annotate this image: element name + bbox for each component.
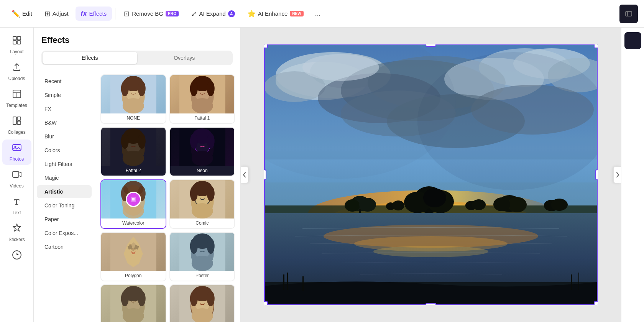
svg-point-59 xyxy=(190,133,197,149)
toolbar-divider xyxy=(115,8,115,20)
svg-point-131 xyxy=(207,291,214,306)
fattal2-face-svg xyxy=(101,128,166,166)
poster-face-svg xyxy=(170,233,235,271)
svg-point-47 xyxy=(121,133,129,149)
svg-point-191 xyxy=(392,200,404,210)
remove-bg-button[interactable]: ⊡ Remove BG PRO xyxy=(118,7,184,21)
adjust-button[interactable]: ⊞ Adjust xyxy=(39,7,74,21)
svg-point-25 xyxy=(121,81,129,96)
svg-point-176 xyxy=(345,199,360,212)
sidebar-item-uploads[interactable]: Uploads xyxy=(2,59,31,84)
sidebar-item-videos[interactable]: Videos xyxy=(2,166,31,192)
stickers-icon xyxy=(12,223,22,235)
effect-neon[interactable]: Neon xyxy=(169,127,235,176)
svg-rect-4 xyxy=(13,41,16,44)
svg-point-86 xyxy=(207,186,214,201)
uploads-icon xyxy=(12,62,22,74)
effects-panel: Effects Effects Overlays Recent Simple F… xyxy=(34,28,241,322)
category-color-expos[interactable]: Color Expos... xyxy=(37,227,92,240)
effect-fattal2[interactable]: Fattal 2 xyxy=(100,127,166,176)
videos-icon xyxy=(12,169,22,182)
ai-expand-icon: ⤢ xyxy=(191,10,197,18)
svg-rect-199 xyxy=(283,274,284,290)
svg-rect-2 xyxy=(13,36,16,40)
category-paper[interactable]: Paper xyxy=(37,213,92,226)
effect-polygon[interactable]: Polygon xyxy=(100,232,166,281)
effect-watercolor-label: Watercolor xyxy=(101,219,166,228)
more-icon xyxy=(12,250,22,262)
sidebar-item-collages[interactable]: Collages xyxy=(2,113,31,138)
category-light-filters[interactable]: Light Filters xyxy=(37,158,92,171)
effect-cartoonizer[interactable]: Cartoonizer xyxy=(169,284,235,322)
svg-point-117 xyxy=(138,291,146,306)
svg-rect-5 xyxy=(17,41,21,44)
svg-point-177 xyxy=(359,198,376,212)
remove-bg-icon: ⊡ xyxy=(124,10,130,18)
effect-polygon-label: Polygon xyxy=(101,271,166,281)
cartoonizer-face-svg xyxy=(170,285,235,322)
svg-point-182 xyxy=(423,188,446,207)
effect-fattal1[interactable]: Fattal 1 xyxy=(169,74,235,124)
layout-icon xyxy=(12,35,22,48)
effect-watercolor[interactable]: Watercolor xyxy=(100,179,166,229)
expand-panel-button[interactable] xyxy=(613,166,621,183)
category-magic[interactable]: Magic xyxy=(37,171,92,184)
category-cartoon[interactable]: Cartoon xyxy=(37,240,92,253)
svg-point-116 xyxy=(121,291,129,306)
effect-comic[interactable]: Comic xyxy=(169,179,235,229)
right-panel-icon[interactable] xyxy=(624,32,641,49)
ai-expand-button[interactable]: ⤢ AI Expand A xyxy=(186,7,240,21)
svg-point-85 xyxy=(190,186,197,201)
svg-point-36 xyxy=(190,81,197,96)
new-badge: NEW xyxy=(290,11,303,16)
svg-text:T: T xyxy=(14,197,20,206)
category-recent[interactable]: Recent xyxy=(37,75,92,88)
svg-point-130 xyxy=(190,291,197,306)
effect-neon-label: Neon xyxy=(170,166,235,176)
sidebar-item-more[interactable] xyxy=(2,247,31,265)
effect-none[interactable]: NONE xyxy=(100,74,166,124)
svg-rect-9 xyxy=(13,117,16,125)
effect-halftone-dots[interactable]: Halftone Dots xyxy=(100,284,166,322)
collages-icon xyxy=(12,116,22,128)
category-color-toning[interactable]: Color Toning xyxy=(37,199,92,212)
right-panel-toggle[interactable] xyxy=(619,5,638,23)
svg-rect-11 xyxy=(17,121,21,125)
category-artistic[interactable]: Artistic xyxy=(37,185,92,198)
effect-fattal1-label: Fattal 1 xyxy=(170,113,235,123)
category-blur[interactable]: Blur xyxy=(37,130,92,143)
tab-effects[interactable]: Effects xyxy=(43,52,137,64)
category-fx[interactable]: FX xyxy=(37,102,92,115)
effects-grid: NONE xyxy=(95,70,240,322)
svg-point-23 xyxy=(123,98,144,113)
collapse-panel-button[interactable] xyxy=(241,166,248,183)
ai-enhance-button[interactable]: ⭐ AI Enhance NEW xyxy=(242,7,309,21)
effects-icon: fx xyxy=(81,10,87,18)
category-colors[interactable]: Colors xyxy=(37,144,92,157)
effects-tabs: Effects Overlays xyxy=(41,51,233,65)
canvas-image[interactable]: ↻ xyxy=(264,44,598,305)
landscape-svg xyxy=(264,44,598,305)
svg-point-111 xyxy=(132,302,134,304)
svg-rect-12 xyxy=(13,145,21,151)
main-layout: Layout Uploads Templates Collages Photos xyxy=(0,28,644,322)
more-button[interactable]: ... xyxy=(310,7,324,21)
sidebar-item-stickers[interactable]: Stickers xyxy=(2,220,31,245)
effect-poster[interactable]: Poster xyxy=(169,232,235,281)
effect-poster-label: Poster xyxy=(170,271,235,281)
neon-face-svg xyxy=(170,128,235,166)
sidebar-item-photos[interactable]: Photos xyxy=(2,140,31,165)
sidebar-item-templates[interactable]: Templates xyxy=(2,86,31,111)
comic-face-svg xyxy=(170,180,235,219)
sidebar-item-layout[interactable]: Layout xyxy=(2,32,31,58)
category-simple[interactable]: Simple xyxy=(37,89,92,102)
tab-overlays[interactable]: Overlays xyxy=(137,52,232,64)
effects-button[interactable]: fx Effects xyxy=(76,7,112,21)
category-bw[interactable]: B&W xyxy=(37,116,92,129)
edit-button[interactable]: ✏️ Edit xyxy=(6,7,38,21)
svg-rect-0 xyxy=(626,12,632,16)
svg-point-189 xyxy=(472,199,486,210)
sidebar-item-text[interactable]: T Text xyxy=(2,193,31,219)
expand-icon xyxy=(615,172,620,178)
none-face-svg xyxy=(101,75,166,113)
